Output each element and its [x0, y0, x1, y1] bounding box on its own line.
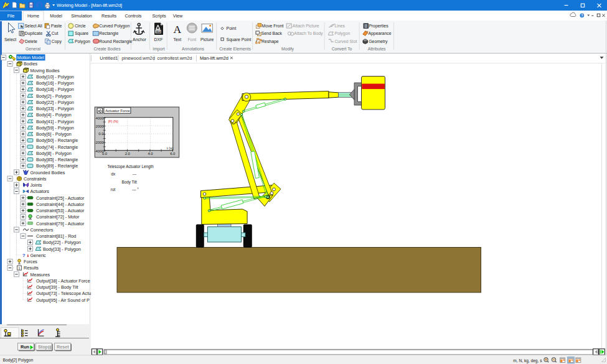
svg-text:Output[39] - Body Tilt: Output[39] - Body Tilt — [36, 284, 78, 290]
svg-text:Run: Run — [21, 344, 29, 350]
svg-text:Output[95] - Air Sound of P: Output[95] - Air Sound of P — [36, 297, 90, 303]
svg-text:Connectors: Connectors — [31, 227, 54, 233]
svg-text:Create Bodies: Create Bodies — [93, 47, 121, 51]
svg-text:0.0: 0.0 — [98, 132, 104, 136]
svg-text:Motion Model: Motion Model — [17, 55, 45, 60]
svg-text:---: --- — [133, 172, 136, 176]
svg-text:|F| (N): |F| (N) — [108, 119, 118, 123]
svg-text:Body[74] - Rectangle: Body[74] - Rectangle — [36, 144, 78, 150]
svg-text:Body[10] - Polygon: Body[10] - Polygon — [36, 74, 74, 80]
svg-text:Telescope Actuator Length: Telescope Actuator Length — [108, 164, 154, 169]
svg-text:Actuators: Actuators — [31, 189, 50, 194]
svg-text:Text: Text — [173, 37, 181, 42]
svg-text:m, N, kg, deg, s: m, N, kg, deg, s — [513, 358, 542, 363]
svg-text:6.0: 6.0 — [170, 152, 176, 156]
svg-text:View: View — [173, 13, 183, 19]
svg-text:Curved Slot: Curved Slot — [334, 39, 357, 44]
svg-text:File: File — [7, 13, 15, 19]
svg-text:Move Front: Move Front — [262, 24, 284, 28]
svg-text:Square Point: Square Point — [227, 37, 252, 42]
svg-text:Font: Font — [187, 37, 196, 42]
svg-text:Simulation: Simulation — [71, 13, 92, 19]
svg-text:Constraint[25] - Actuator: Constraint[25] - Actuator — [36, 195, 85, 201]
svg-text:controltest.wm2d: controltest.wm2d — [158, 55, 192, 61]
svg-text:Appearance: Appearance — [368, 31, 391, 36]
svg-text:Constraint[81] - Rod: Constraint[81] - Rod — [36, 233, 76, 239]
svg-text:Grounded Bodies: Grounded Bodies — [31, 170, 65, 175]
svg-text:Untitled1: Untitled1 — [100, 55, 118, 61]
svg-text:Constraint[53] - Actuator: Constraint[53] - Actuator — [36, 208, 85, 213]
svg-text:Geometry: Geometry — [369, 39, 388, 44]
svg-text:Picture: Picture — [200, 37, 214, 42]
svg-text:Body[22] - Polygon: Body[22] - Polygon — [43, 240, 81, 245]
svg-text:Bodies: Bodies — [24, 61, 37, 67]
svg-text:Working Model - [Man-lift.wm2d: Working Model - [Man-lift.wm2d] — [57, 2, 122, 8]
svg-text:Round Rectangle: Round Rectangle — [99, 39, 132, 44]
svg-text:t (s): t (s) — [167, 146, 173, 150]
svg-text:A: A — [173, 23, 181, 35]
svg-text:Body[2] - Polygon: Body[2] - Polygon — [36, 93, 72, 99]
svg-text:Constraint[79] - Actuator: Constraint[79] - Actuator — [36, 221, 85, 226]
svg-text:Reset: Reset — [57, 344, 69, 350]
svg-text:-2000: -2000 — [94, 141, 104, 144]
svg-text:?: ? — [581, 14, 583, 17]
svg-text:Body[85] - Rectangle: Body[85] - Rectangle — [36, 157, 78, 162]
svg-text:4000: 4000 — [95, 116, 104, 120]
svg-text:?: ? — [22, 253, 26, 258]
svg-text:Properties: Properties — [369, 24, 388, 29]
svg-text:Body[41] - Polygon: Body[41] - Polygon — [36, 119, 74, 124]
svg-text:Modify: Modify — [281, 47, 294, 52]
svg-text:Anchor: Anchor — [133, 37, 147, 42]
svg-text:Square: Square — [75, 31, 88, 36]
svg-text:Polygon: Polygon — [334, 31, 350, 36]
svg-text:DXF: DXF — [154, 37, 163, 42]
svg-text:Body[6] - Polygon: Body[6] - Polygon — [36, 131, 72, 137]
svg-text:Body[16] - Polygon: Body[16] - Polygon — [36, 80, 74, 86]
svg-text:General: General — [26, 47, 41, 51]
svg-text:Attributes: Attributes — [368, 47, 386, 51]
svg-text:Reshape: Reshape — [261, 39, 279, 44]
svg-text:Circle: Circle — [75, 24, 86, 28]
svg-text:Scripts: Scripts — [153, 13, 166, 19]
svg-text:Paste: Paste — [51, 24, 62, 28]
svg-text:dx: dx — [111, 172, 116, 176]
svg-text:2.0: 2.0 — [125, 152, 131, 156]
svg-text:Measures: Measures — [31, 272, 50, 278]
svg-text:Body[8] - Polygon: Body[8] - Polygon — [36, 151, 72, 156]
svg-text:Copy: Copy — [52, 39, 62, 44]
svg-text:Forces: Forces — [24, 259, 37, 264]
svg-text:Model: Model — [50, 13, 62, 19]
svg-text:Moving Bodies: Moving Bodies — [31, 68, 60, 73]
svg-text:Rectangle: Rectangle — [99, 31, 118, 36]
svg-text:Convert To: Convert To — [332, 47, 352, 51]
svg-text:Import: Import — [153, 47, 164, 52]
svg-text:Lines: Lines — [334, 24, 345, 28]
svg-text:Duplicate: Duplicate — [25, 31, 43, 36]
svg-text:Output[73] - Telescope Actu: Output[73] - Telescope Actu — [36, 291, 91, 296]
svg-text:Joints: Joints — [31, 182, 42, 188]
svg-text:Delete: Delete — [25, 39, 37, 44]
svg-text:Body[22] - Polygon: Body[22] - Polygon — [36, 100, 74, 105]
svg-text:Select: Select — [4, 37, 16, 42]
svg-text:Send Back: Send Back — [261, 31, 283, 35]
svg-text:Body[33] - Polygon: Body[33] - Polygon — [43, 246, 81, 252]
svg-text:Body[59] - Polygon: Body[59] - Polygon — [36, 125, 74, 131]
svg-text:Man-lift.wm2d: Man-lift.wm2d — [200, 55, 228, 61]
svg-text:Constraint[72] - Motor: Constraint[72] - Motor — [36, 214, 80, 220]
svg-text:Generic: Generic — [31, 253, 47, 258]
svg-text:Results: Results — [24, 265, 39, 271]
svg-text:Output[38] - Actuator Force: Output[38] - Actuator Force — [36, 278, 90, 284]
svg-text:Body[2] Polygon: Body[2] Polygon — [3, 358, 34, 363]
svg-text:Polygon: Polygon — [75, 39, 90, 44]
svg-text:Point: Point — [227, 26, 237, 30]
svg-text:Select All: Select All — [25, 24, 43, 28]
svg-text:Controls: Controls — [125, 13, 142, 19]
svg-text:Body[4] - Polygon: Body[4] - Polygon — [36, 112, 72, 118]
svg-text:Create Elements: Create Elements — [219, 47, 251, 51]
svg-text:2000: 2000 — [95, 124, 104, 128]
svg-text:0.0: 0.0 — [102, 152, 108, 156]
svg-text:Body[60] - Rectangle: Body[60] - Rectangle — [36, 138, 78, 143]
svg-text:rot: rot — [111, 187, 116, 192]
svg-text:Body[18] - Polygon: Body[18] - Polygon — [36, 86, 74, 92]
svg-text:pinewood.wm2d: pinewood.wm2d — [121, 55, 154, 61]
